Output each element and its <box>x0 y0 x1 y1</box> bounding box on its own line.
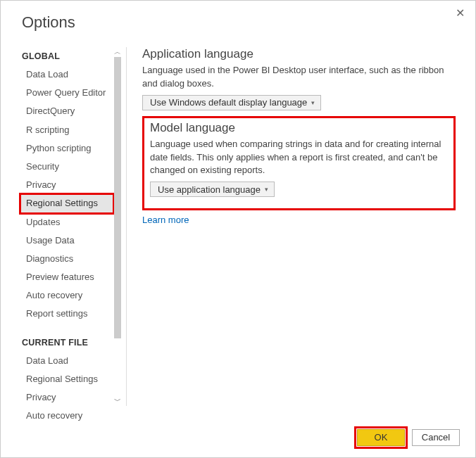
application-language-section: Application language Language used in th… <box>142 47 456 116</box>
sidebar-item-privacy[interactable]: Privacy <box>20 176 113 194</box>
section-header-current-file: CURRENT FILE <box>20 333 113 352</box>
model-language-heading: Model language <box>150 121 448 135</box>
sidebar-item-r-scripting[interactable]: R scripting <box>20 121 113 139</box>
dialog-body: GLOBAL Data Load Power Query Editor Dire… <box>1 40 475 413</box>
dialog-title: Options <box>1 1 475 40</box>
learn-more-link[interactable]: Learn more <box>142 215 456 225</box>
sidebar-scrollbar[interactable]: ︿ ﹀ <box>113 47 122 406</box>
sidebar-item-regional-settings[interactable]: Regional Settings <box>20 194 113 212</box>
sidebar-item-report-settings[interactable]: Report settings <box>20 305 113 323</box>
sidebar-item-auto-recovery[interactable]: Auto recovery <box>20 286 113 305</box>
sidebar-item-cf-regional-settings[interactable]: Regional Settings <box>20 370 113 388</box>
cancel-button[interactable]: Cancel <box>412 429 460 446</box>
content-pane: Application language Language used in th… <box>127 40 475 413</box>
sidebar-item-python-scripting[interactable]: Python scripting <box>20 139 113 158</box>
ok-button[interactable]: OK <box>357 429 405 446</box>
sidebar-item-diagnostics[interactable]: Diagnostics <box>20 250 113 268</box>
sidebar-item-security[interactable]: Security <box>20 158 113 176</box>
chevron-down-icon: ▾ <box>265 186 268 193</box>
sidebar: GLOBAL Data Load Power Query Editor Dire… <box>1 40 113 413</box>
app-language-dropdown-value: Use Windows default display language <box>150 97 307 108</box>
model-language-section: Model language Language used when compar… <box>142 116 456 211</box>
model-language-dropdown[interactable]: Use application language ▾ <box>150 182 275 197</box>
chevron-down-icon: ▾ <box>311 99 315 106</box>
sidebar-item-cf-auto-recovery[interactable]: Auto recovery <box>20 407 113 425</box>
scrollbar-thumb[interactable] <box>114 57 121 338</box>
section-header-global: GLOBAL <box>20 47 113 65</box>
app-language-heading: Application language <box>142 47 456 61</box>
sidebar-item-updates[interactable]: Updates <box>20 213 113 231</box>
dialog-footer: OK Cancel <box>357 429 460 446</box>
chevron-up-icon[interactable]: ︿ <box>113 47 122 57</box>
sidebar-item-power-query-editor[interactable]: Power Query Editor <box>20 84 113 102</box>
app-language-desc: Language used in the Power BI Desktop us… <box>142 64 456 91</box>
sidebar-item-preview-features[interactable]: Preview features <box>20 268 113 286</box>
sidebar-item-data-load[interactable]: Data Load <box>20 65 113 84</box>
model-language-dropdown-value: Use application language <box>158 184 261 195</box>
options-dialog: ✕ Options GLOBAL Data Load Power Query E… <box>0 0 476 458</box>
sidebar-item-cf-data-load[interactable]: Data Load <box>20 352 113 370</box>
close-icon[interactable]: ✕ <box>453 6 467 20</box>
chevron-down-icon[interactable]: ﹀ <box>113 396 122 406</box>
app-language-dropdown[interactable]: Use Windows default display language ▾ <box>142 95 321 110</box>
model-language-desc: Language used when comparing strings in … <box>150 138 448 178</box>
sidebar-item-usage-data[interactable]: Usage Data <box>20 231 113 250</box>
sidebar-item-cf-privacy[interactable]: Privacy <box>20 388 113 407</box>
sidebar-item-directquery[interactable]: DirectQuery <box>20 102 113 120</box>
